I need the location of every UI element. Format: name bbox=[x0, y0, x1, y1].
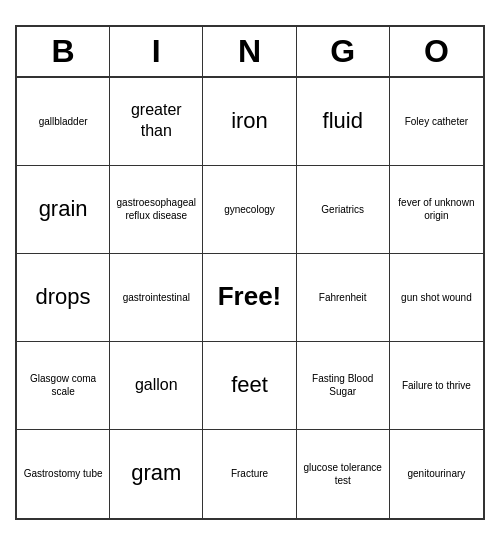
cell-text: genitourinary bbox=[407, 467, 465, 480]
cell-text: feet bbox=[231, 371, 268, 400]
bingo-cell: drops bbox=[17, 254, 110, 342]
bingo-cell: iron bbox=[203, 78, 296, 166]
cell-text: gastrointestinal bbox=[123, 291, 190, 304]
cell-text: Geriatrics bbox=[321, 203, 364, 216]
bingo-cell: greater than bbox=[110, 78, 203, 166]
cell-text: Gastrostomy tube bbox=[24, 467, 103, 480]
cell-text: grain bbox=[39, 195, 88, 224]
cell-text: Fasting Blood Sugar bbox=[300, 372, 386, 398]
bingo-cell: Glasgow coma scale bbox=[17, 342, 110, 430]
cell-text: Fracture bbox=[231, 467, 268, 480]
bingo-cell: fever of unknown origin bbox=[390, 166, 483, 254]
bingo-cell: Foley catheter bbox=[390, 78, 483, 166]
bingo-cell: fluid bbox=[297, 78, 390, 166]
bingo-card: BINGO gallbladdergreater thanironfluidFo… bbox=[15, 25, 485, 520]
cell-text: gastroesophageal reflux disease bbox=[113, 196, 199, 222]
bingo-cell: Fracture bbox=[203, 430, 296, 518]
bingo-cell: glucose tolerance test bbox=[297, 430, 390, 518]
bingo-cell: gun shot wound bbox=[390, 254, 483, 342]
bingo-cell: Gastrostomy tube bbox=[17, 430, 110, 518]
bingo-cell: feet bbox=[203, 342, 296, 430]
cell-text: gynecology bbox=[224, 203, 275, 216]
bingo-cell: gastroesophageal reflux disease bbox=[110, 166, 203, 254]
bingo-header: BINGO bbox=[17, 27, 483, 78]
cell-text: fluid bbox=[323, 107, 363, 136]
header-letter: B bbox=[17, 27, 110, 76]
cell-text: glucose tolerance test bbox=[300, 461, 386, 487]
bingo-cell: Geriatrics bbox=[297, 166, 390, 254]
cell-text: Failure to thrive bbox=[402, 379, 471, 392]
bingo-cell: gastrointestinal bbox=[110, 254, 203, 342]
bingo-cell: Free! bbox=[203, 254, 296, 342]
cell-text: greater than bbox=[113, 100, 199, 142]
bingo-cell: genitourinary bbox=[390, 430, 483, 518]
header-letter: I bbox=[110, 27, 203, 76]
header-letter: G bbox=[297, 27, 390, 76]
cell-text: iron bbox=[231, 107, 268, 136]
cell-text: gun shot wound bbox=[401, 291, 472, 304]
bingo-grid: gallbladdergreater thanironfluidFoley ca… bbox=[17, 78, 483, 518]
cell-text: gallon bbox=[135, 375, 178, 396]
cell-text: gallbladder bbox=[39, 115, 88, 128]
bingo-cell: gallbladder bbox=[17, 78, 110, 166]
bingo-cell: Failure to thrive bbox=[390, 342, 483, 430]
cell-text: Glasgow coma scale bbox=[20, 372, 106, 398]
cell-text: drops bbox=[36, 283, 91, 312]
bingo-cell: gallon bbox=[110, 342, 203, 430]
bingo-cell: grain bbox=[17, 166, 110, 254]
cell-text: Fahrenheit bbox=[319, 291, 367, 304]
bingo-cell: gynecology bbox=[203, 166, 296, 254]
cell-text: Foley catheter bbox=[405, 115, 468, 128]
bingo-cell: Fahrenheit bbox=[297, 254, 390, 342]
header-letter: O bbox=[390, 27, 483, 76]
cell-text: fever of unknown origin bbox=[393, 196, 480, 222]
header-letter: N bbox=[203, 27, 296, 76]
bingo-cell: Fasting Blood Sugar bbox=[297, 342, 390, 430]
bingo-cell: gram bbox=[110, 430, 203, 518]
cell-text: Free! bbox=[218, 280, 282, 314]
cell-text: gram bbox=[131, 459, 181, 488]
